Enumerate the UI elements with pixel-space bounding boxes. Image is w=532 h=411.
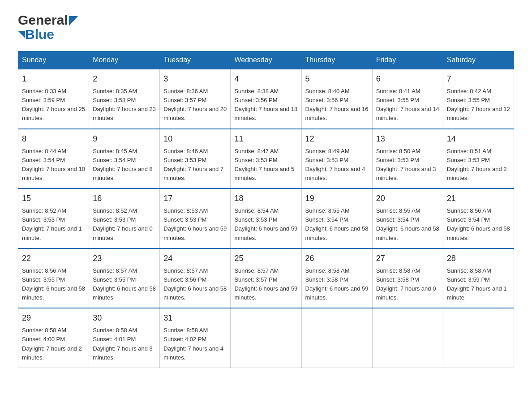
- day-info: Sunrise: 8:56 AMSunset: 3:55 PMDaylight:…: [22, 267, 85, 301]
- day-info: Sunrise: 8:57 AMSunset: 3:55 PMDaylight:…: [93, 267, 156, 301]
- day-info: Sunrise: 8:58 AMSunset: 3:58 PMDaylight:…: [305, 267, 369, 301]
- day-number: 29: [22, 312, 85, 324]
- day-info: Sunrise: 8:53 AMSunset: 3:53 PMDaylight:…: [163, 207, 227, 241]
- calendar-day-cell: 24Sunrise: 8:57 AMSunset: 3:56 PMDayligh…: [160, 248, 231, 308]
- weekday-header-row: SundayMondayTuesdayWednesdayThursdayFrid…: [18, 51, 514, 69]
- day-info: Sunrise: 8:57 AMSunset: 3:57 PMDaylight:…: [234, 267, 297, 301]
- svg-marker-0: [69, 16, 78, 26]
- calendar-day-cell: [372, 308, 443, 368]
- day-number: 13: [376, 133, 439, 145]
- day-info: Sunrise: 8:54 AMSunset: 3:53 PMDaylight:…: [234, 207, 297, 241]
- day-info: Sunrise: 8:47 AMSunset: 3:53 PMDaylight:…: [234, 148, 294, 181]
- calendar-day-cell: 30Sunrise: 8:58 AMSunset: 4:01 PMDayligh…: [89, 308, 160, 368]
- calendar-day-cell: 20Sunrise: 8:55 AMSunset: 3:54 PMDayligh…: [372, 188, 443, 248]
- day-number: 20: [376, 193, 439, 205]
- day-info: Sunrise: 8:42 AMSunset: 3:55 PMDaylight:…: [447, 88, 510, 121]
- day-number: 24: [163, 253, 227, 265]
- day-info: Sunrise: 8:38 AMSunset: 3:56 PMDaylight:…: [234, 88, 297, 121]
- calendar-day-cell: 9Sunrise: 8:45 AMSunset: 3:54 PMDaylight…: [89, 129, 160, 189]
- calendar-day-cell: 18Sunrise: 8:54 AMSunset: 3:53 PMDayligh…: [231, 188, 301, 248]
- calendar-day-cell: 2Sunrise: 8:35 AMSunset: 3:58 PMDaylight…: [89, 69, 160, 129]
- day-info: Sunrise: 8:35 AMSunset: 3:58 PMDaylight:…: [93, 88, 156, 121]
- day-number: 31: [163, 312, 227, 324]
- day-number: 9: [93, 133, 156, 145]
- calendar-day-cell: 14Sunrise: 8:51 AMSunset: 3:53 PMDayligh…: [443, 129, 514, 189]
- day-info: Sunrise: 8:52 AMSunset: 3:53 PMDaylight:…: [22, 207, 82, 241]
- day-number: 17: [163, 193, 227, 205]
- calendar-day-cell: 7Sunrise: 8:42 AMSunset: 3:55 PMDaylight…: [443, 69, 514, 129]
- day-number: 19: [305, 193, 369, 205]
- day-info: Sunrise: 8:50 AMSunset: 3:53 PMDaylight:…: [376, 148, 436, 181]
- day-number: 18: [234, 193, 297, 205]
- calendar-week-row: 29Sunrise: 8:58 AMSunset: 4:00 PMDayligh…: [18, 308, 514, 368]
- calendar-day-cell: 13Sunrise: 8:50 AMSunset: 3:53 PMDayligh…: [372, 129, 443, 189]
- day-info: Sunrise: 8:56 AMSunset: 3:54 PMDaylight:…: [447, 207, 510, 241]
- logo: General Blue: [18, 13, 78, 42]
- calendar-week-row: 8Sunrise: 8:44 AMSunset: 3:54 PMDaylight…: [18, 129, 514, 189]
- day-number: 30: [93, 312, 156, 324]
- svg-marker-1: [18, 31, 25, 38]
- calendar-day-cell: 26Sunrise: 8:58 AMSunset: 3:58 PMDayligh…: [301, 248, 372, 308]
- calendar-week-row: 15Sunrise: 8:52 AMSunset: 3:53 PMDayligh…: [18, 188, 514, 248]
- weekday-header-thursday: Thursday: [301, 51, 372, 69]
- calendar-day-cell: 25Sunrise: 8:57 AMSunset: 3:57 PMDayligh…: [231, 248, 301, 308]
- day-number: 4: [234, 73, 297, 85]
- calendar-day-cell: 17Sunrise: 8:53 AMSunset: 3:53 PMDayligh…: [160, 188, 231, 248]
- day-number: 12: [305, 133, 369, 145]
- calendar-day-cell: 1Sunrise: 8:33 AMSunset: 3:59 PMDaylight…: [18, 69, 89, 129]
- calendar-day-cell: [443, 308, 514, 368]
- calendar-week-row: 1Sunrise: 8:33 AMSunset: 3:59 PMDaylight…: [18, 69, 514, 129]
- day-number: 1: [22, 73, 85, 85]
- day-number: 2: [93, 73, 156, 85]
- day-number: 14: [447, 133, 510, 145]
- logo-triangle-icon: [69, 16, 78, 26]
- day-info: Sunrise: 8:46 AMSunset: 3:53 PMDaylight:…: [163, 148, 223, 181]
- day-number: 28: [447, 253, 510, 265]
- day-info: Sunrise: 8:33 AMSunset: 3:59 PMDaylight:…: [22, 88, 85, 121]
- day-number: 10: [163, 133, 227, 145]
- day-number: 16: [93, 193, 156, 205]
- day-info: Sunrise: 8:57 AMSunset: 3:56 PMDaylight:…: [163, 267, 227, 301]
- day-number: 11: [234, 133, 297, 145]
- day-info: Sunrise: 8:58 AMSunset: 3:58 PMDaylight:…: [376, 267, 436, 301]
- day-info: Sunrise: 8:55 AMSunset: 3:54 PMDaylight:…: [376, 207, 439, 241]
- day-info: Sunrise: 8:49 AMSunset: 3:53 PMDaylight:…: [305, 148, 365, 181]
- day-number: 23: [93, 253, 156, 265]
- day-info: Sunrise: 8:36 AMSunset: 3:57 PMDaylight:…: [163, 88, 227, 121]
- day-number: 7: [447, 73, 510, 85]
- day-number: 3: [163, 73, 227, 85]
- day-info: Sunrise: 8:51 AMSunset: 3:53 PMDaylight:…: [447, 148, 507, 181]
- calendar-day-cell: 10Sunrise: 8:46 AMSunset: 3:53 PMDayligh…: [160, 129, 231, 189]
- calendar-day-cell: 3Sunrise: 8:36 AMSunset: 3:57 PMDaylight…: [160, 69, 231, 129]
- logo-small-triangle-icon: [18, 31, 25, 38]
- calendar-day-cell: 12Sunrise: 8:49 AMSunset: 3:53 PMDayligh…: [301, 129, 372, 189]
- day-info: Sunrise: 8:52 AMSunset: 3:53 PMDaylight:…: [93, 207, 153, 241]
- calendar-day-cell: 4Sunrise: 8:38 AMSunset: 3:56 PMDaylight…: [231, 69, 301, 129]
- logo-general-text: General: [18, 13, 68, 27]
- day-info: Sunrise: 8:44 AMSunset: 3:54 PMDaylight:…: [22, 148, 85, 181]
- weekday-header-monday: Monday: [89, 51, 160, 69]
- weekday-header-wednesday: Wednesday: [231, 51, 301, 69]
- day-number: 15: [22, 193, 85, 205]
- calendar-day-cell: 23Sunrise: 8:57 AMSunset: 3:55 PMDayligh…: [89, 248, 160, 308]
- calendar-day-cell: 5Sunrise: 8:40 AMSunset: 3:56 PMDaylight…: [301, 69, 372, 129]
- day-info: Sunrise: 8:58 AMSunset: 4:02 PMDaylight:…: [163, 327, 223, 360]
- calendar-day-cell: 19Sunrise: 8:55 AMSunset: 3:54 PMDayligh…: [301, 188, 372, 248]
- day-number: 8: [22, 133, 85, 145]
- calendar-table: SundayMondayTuesdayWednesdayThursdayFrid…: [18, 51, 514, 368]
- day-info: Sunrise: 8:58 AMSunset: 4:01 PMDaylight:…: [93, 327, 153, 360]
- calendar-day-cell: 15Sunrise: 8:52 AMSunset: 3:53 PMDayligh…: [18, 188, 89, 248]
- calendar-day-cell: 22Sunrise: 8:56 AMSunset: 3:55 PMDayligh…: [18, 248, 89, 308]
- day-info: Sunrise: 8:45 AMSunset: 3:54 PMDaylight:…: [93, 148, 153, 181]
- day-info: Sunrise: 8:41 AMSunset: 3:55 PMDaylight:…: [376, 88, 439, 121]
- day-number: 22: [22, 253, 85, 265]
- weekday-header-tuesday: Tuesday: [160, 51, 231, 69]
- day-number: 6: [376, 73, 439, 85]
- calendar-day-cell: 28Sunrise: 8:58 AMSunset: 3:59 PMDayligh…: [443, 248, 514, 308]
- calendar-day-cell: [301, 308, 372, 368]
- day-info: Sunrise: 8:58 AMSunset: 3:59 PMDaylight:…: [447, 267, 507, 301]
- day-info: Sunrise: 8:40 AMSunset: 3:56 PMDaylight:…: [305, 88, 369, 121]
- calendar-day-cell: 16Sunrise: 8:52 AMSunset: 3:53 PMDayligh…: [89, 188, 160, 248]
- calendar-day-cell: 21Sunrise: 8:56 AMSunset: 3:54 PMDayligh…: [443, 188, 514, 248]
- day-number: 5: [305, 73, 369, 85]
